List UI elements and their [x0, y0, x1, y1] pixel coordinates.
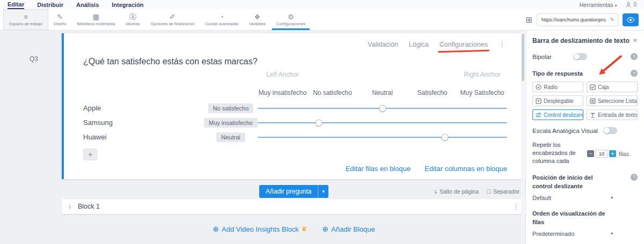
row-order-value: Predeterminado [532, 231, 574, 237]
text-input-icon [590, 112, 596, 118]
type-option-desplegable[interactable]: Desplegable [532, 95, 583, 106]
design-brush-icon: ✎ [57, 13, 63, 20]
type-option-seleccione-lista[interactable]: Seleccione Lista [587, 95, 638, 106]
add-question-button[interactable]: Añadir pregunta ▾ [259, 185, 328, 198]
quotas-icon: ◔ [219, 13, 224, 20]
question-title[interactable]: ¿Qué tan satisfecho estás con estas marc… [83, 57, 515, 66]
type-option-caja[interactable]: Caja [587, 82, 638, 92]
close-icon[interactable]: ✕ [633, 37, 638, 44]
help-icon[interactable]: ? [631, 174, 638, 181]
slider-handle[interactable] [315, 119, 322, 126]
finish-options-icon: ✐ [170, 13, 175, 20]
help-icon[interactable]: ? [631, 70, 638, 77]
toolbar-item-label: Opciones de finalización [151, 21, 194, 26]
eye-icon [626, 17, 635, 23]
preview-button[interactable] [623, 13, 639, 26]
separator-option[interactable]: ☐ Separador [486, 188, 519, 195]
survey-url-input[interactable] [540, 17, 608, 23]
slider-handle[interactable] [379, 105, 386, 112]
slider-line [258, 122, 507, 123]
languages-icon: Ⓐ [129, 13, 136, 20]
minus-button[interactable]: − [587, 150, 594, 157]
type-option-label: Entrada de texto [598, 112, 637, 118]
add-block-link[interactable]: ⊕ Añadir Bloque [322, 225, 375, 233]
survey-canvas: Q3 Validación Lógica Configuraciones ⋮ ¿… [0, 31, 525, 244]
block-bar[interactable]: ↕ Block 1 ⋮ [62, 199, 525, 214]
vertical-scrollbar[interactable] [521, 31, 525, 244]
add-question-dropdown[interactable]: ▾ [318, 185, 328, 198]
question-menu-icon[interactable]: ⋮ [499, 40, 506, 48]
checkbox-icon [590, 84, 596, 90]
toolbar-item-biblioteca-multimedia[interactable]: ▦ Biblioteca multimedia [71, 9, 120, 30]
collapse-block-icon[interactable]: ↕ [68, 203, 71, 210]
repeat-rows-input[interactable] [596, 150, 608, 158]
help-icon[interactable]: ? [631, 53, 638, 60]
scrollbar-thumb[interactable] [522, 34, 524, 81]
toolbar-item-configuraciones[interactable]: ⚙ Configuraciones [271, 9, 311, 30]
tab-logica[interactable]: Lógica [409, 41, 429, 48]
referral-count[interactable]: 0 [625, 2, 636, 8]
type-option-label: Seleccione Lista [598, 98, 637, 104]
add-video-insights-block-link[interactable]: ⊕ Add Video Insights Block ♛ [213, 225, 307, 233]
add-row-button[interactable]: + [83, 149, 97, 160]
slider-handle[interactable] [441, 134, 448, 141]
slider-track[interactable] [258, 115, 507, 130]
separator-label: Separador [493, 188, 519, 195]
table-row: Samsung Muy insatisfecho [83, 115, 515, 130]
slider-start-select[interactable]: Default ▾ [532, 195, 613, 201]
toolbar-item-idiomas[interactable]: Ⓐ Idiomas [120, 9, 145, 30]
row-order-label: Orden de visualización de filas [532, 210, 613, 227]
slider-track[interactable] [258, 130, 507, 144]
panel-title: Barra de deslizamiento de texto [532, 37, 630, 45]
qr-grid-icon[interactable]: ⊞ [525, 15, 532, 25]
vas-toggle[interactable] [603, 127, 617, 134]
toolbar-item-diseno[interactable]: ✎ Diseño [48, 9, 71, 30]
row-order-setting: Orden de visualización de filas Predeter… [532, 210, 638, 237]
herramientas-menu[interactable]: Herramientas ▾ [579, 2, 617, 8]
page-break-option[interactable]: ↴ Salto de página [433, 188, 479, 195]
type-option-label: Control deslizante [544, 112, 583, 118]
variables-tag-icon: ❖ [254, 13, 261, 20]
column-label: No satisfecho [308, 89, 357, 98]
add-video-insights-label: Add Video Insights Block [222, 225, 299, 233]
type-option-radio[interactable]: Radio [532, 82, 583, 92]
toolbar-item-variables[interactable]: ❖ Variables [244, 9, 271, 30]
row-order-select[interactable]: Predeterminado ▾ [532, 231, 613, 237]
nav-tab-analisis[interactable]: Análisis [76, 1, 99, 9]
tab-configuraciones-label: Configuraciones [440, 41, 488, 48]
block-menu-icon[interactable]: ⋮ [513, 203, 519, 211]
herramientas-label: Herramientas [579, 2, 613, 8]
toolbar-item-label: Configuraciones [276, 21, 305, 26]
question-number-label[interactable]: Q3 [30, 55, 38, 63]
editor-toolbar: ≡ Espacio de trabajo ✎ Diseño ▦ Bibliote… [0, 9, 644, 31]
slider-start-value: Default [532, 195, 551, 201]
repeat-headers-label: Repetir los encabezados de columna cada [532, 141, 585, 165]
toolbar-item-label: Biblioteca multimedia [77, 21, 115, 26]
edit-columns-bulk-link[interactable]: Editar columnas en bloque [425, 165, 507, 173]
type-option-entrada-de-texto[interactable]: Entrada de texto [587, 109, 638, 120]
toolbar-item-cuotas-avanzadas[interactable]: ◔ Cuotas avanzadas [200, 9, 244, 30]
bulk-edit-links: Editar filas en bloque Editar columnas e… [83, 165, 507, 173]
nav-tab-integracion[interactable]: Integración [112, 1, 143, 9]
tab-configuraciones[interactable]: Configuraciones [440, 41, 488, 48]
toolbar-item-label: Diseño [54, 21, 66, 26]
matrix-rows: Apple No satisfecho Samsung Muy insatisf… [83, 101, 515, 144]
toolbar-item-opciones-finalizacion[interactable]: ✐ Opciones de finalización [145, 9, 200, 30]
nav-tab-distribuir[interactable]: Distribuir [37, 1, 63, 9]
visual-analog-scale-setting: Escala Analógica Visual [532, 127, 638, 134]
tab-validacion[interactable]: Validación [368, 41, 398, 48]
bottom-add-links: ⊕ Add Video Insights Block ♛ ⊕ Añadir Bl… [62, 225, 525, 233]
slider-track[interactable] [258, 101, 507, 115]
column-label: Muy insatisfecho [258, 89, 308, 98]
block-title: Block 1 [78, 203, 100, 210]
toolbar-item-espacio-de-trabajo[interactable]: ≡ Espacio de trabajo [3, 9, 48, 30]
type-option-control-deslizante[interactable]: Control deslizante [532, 109, 583, 120]
response-type-label: Tipo de respuesta [532, 70, 583, 77]
nav-tab-editar[interactable]: Editar [8, 1, 24, 9]
plus-button[interactable]: + [609, 150, 616, 157]
bipolar-toggle[interactable] [573, 53, 587, 60]
main-nav: Editar Distribuir Análisis Integración [8, 1, 144, 9]
edit-url-icon[interactable]: ✎ [610, 17, 614, 23]
edit-rows-bulk-link[interactable]: Editar filas en bloque [346, 165, 411, 173]
table-row: Apple No satisfecho [83, 101, 515, 115]
